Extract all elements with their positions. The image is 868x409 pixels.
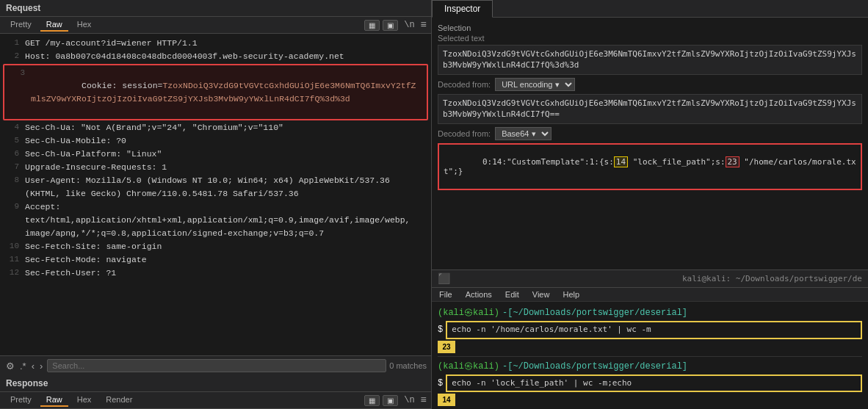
search-input[interactable] (47, 359, 386, 372)
resp-tab-raw[interactable]: Raw (40, 394, 68, 407)
terminal-menu-actions[interactable]: Actions (464, 289, 493, 300)
table-row: 12 Sec-Fetch-User: ?1 (0, 267, 431, 280)
decode2-type-select[interactable]: Base64 ▾ (495, 127, 551, 140)
request-body: 1 GET /my-account?id=wiener HTTP/1.1 2 H… (0, 34, 431, 355)
newline-label: \n (401, 20, 417, 30)
prompt-user-1: (kali㉿kali) (438, 306, 499, 319)
terminal-icon: ⬛ (438, 272, 450, 285)
resp-newline-label: \n (401, 395, 417, 405)
table-row: 5 Sec-Ch-Ua-Mobile: ?0 (0, 134, 431, 148)
selection-title: Selection (438, 23, 862, 32)
response-tab-bar: Pretty Raw Hex Render ▦ ▣ \n ≡ (0, 392, 431, 409)
tab-raw[interactable]: Raw (40, 18, 68, 32)
table-row: 2 Host: 0a8b007c04d18408c048dbcd0004003f… (0, 50, 431, 63)
resp-view-btn2[interactable]: ▣ (383, 395, 398, 406)
highlight-23: 23 (726, 156, 739, 167)
table-row: 4 Sec-Ch-Ua: "Not A(Brand";v="24", "Chro… (0, 121, 431, 134)
terminal-menu-edit[interactable]: Edit (504, 289, 521, 300)
match-count: 0 matches (389, 361, 427, 370)
prev-match-icon[interactable]: ‹ (30, 361, 36, 372)
search-bar: ⚙ .* ‹ › 0 matches (0, 355, 431, 375)
resp-tab-pretty[interactable]: Pretty (4, 394, 37, 407)
table-row: 1 GET /my-account?id=wiener HTTP/1.1 (0, 37, 431, 50)
terminal-body: (kali㉿kali) -[~/Downloads/portswigger/de… (432, 302, 868, 409)
dollar-1: $ (438, 323, 443, 336)
resp-tab-render[interactable]: Render (100, 394, 138, 407)
badge-23: 23 (438, 341, 455, 353)
prompt-user-2: (kali㉿kali) (438, 360, 499, 373)
terminal-line-1: (kali㉿kali) -[~/Downloads/portswigger/de… (438, 306, 862, 319)
next-match-icon[interactable]: › (38, 361, 44, 372)
response-header: Response (0, 375, 431, 392)
decode-row-1: Decoded from: URL encoding ▾ (438, 78, 862, 91)
terminal-output-1: 23 (438, 341, 862, 353)
table-row: 6 Sec-Ch-Ua-Platform: "Linux" (0, 148, 431, 161)
terminal-output-2: 14 (438, 394, 862, 406)
view-toggle-btn1[interactable]: ▦ (364, 20, 380, 31)
decode1-value: TzoxNDoiQ3VzdG9tVGVtcGxhdGUiOjE6e3M6NmTQ… (438, 94, 862, 124)
terminal-cmd-2: $ echo -n 'lock_file_path' | wc -m;echo (438, 374, 862, 393)
left-panel: Request Pretty Raw Hex ▦ ▣ \n ≡ 1 GET /m… (0, 0, 432, 409)
tab-inspector[interactable]: Inspector (432, 0, 493, 18)
inspector-tab-bar: Inspector (432, 0, 868, 18)
highlight-14: 14 (614, 156, 628, 167)
decode2-label: Decoded from: (438, 129, 491, 138)
inspector-body: Selection Selected text TzoxNDoiQ3VzdG9t… (432, 18, 868, 269)
resp-tab-hex[interactable]: Hex (71, 394, 98, 407)
selection-section: Selection Selected text TzoxNDoiQ3VzdG9t… (438, 23, 862, 190)
resp-tab-actions: ▦ ▣ \n ≡ (364, 394, 427, 406)
table-row: 10 Sec-Fetch-Site: same-origin (0, 240, 431, 253)
table-row: 7 Upgrade-Insecure-Requests: 1 (0, 161, 431, 174)
menu-icon[interactable]: ≡ (421, 19, 427, 31)
view-toggle-btn2[interactable]: ▣ (383, 20, 398, 31)
prompt-path-2: -[~/Downloads/portswigger/deserial] (502, 360, 687, 373)
decode1-label: Decoded from: (438, 80, 491, 89)
request-header: Request (0, 0, 431, 17)
terminal-menu-view[interactable]: View (531, 289, 551, 300)
terminal-menu-help[interactable]: Help (561, 289, 581, 300)
request-tab-bar: Pretty Raw Hex ▦ ▣ \n ≡ (0, 17, 431, 34)
resp-view-btn1[interactable]: ▦ (364, 395, 380, 406)
highlighted-cookie-line: 3 Cookie: session=TzoxNDoiQ3VzdG9tVGVtcG… (3, 64, 428, 120)
cmd-box-2: echo -n 'lock_file_path' | wc -m;echo (446, 374, 862, 393)
response-label: Response (6, 378, 48, 388)
decode1-type-select[interactable]: URL encoding ▾ (495, 78, 575, 91)
dollar-2: $ (438, 377, 443, 390)
terminal-separator (438, 356, 862, 357)
terminal-path: kali@kali: ~/Downloads/portswigger/de (682, 274, 862, 283)
prompt-path-1: -[~/Downloads/portswigger/deserial] (502, 306, 687, 319)
table-row: (KHTML, like Gecko) Chrome/110.0.5481.78… (0, 187, 431, 200)
table-row: image/apng,*/*;q=0.8,application/signed-… (0, 227, 431, 240)
terminal-header: ⬛ kali@kali: ~/Downloads/portswigger/de (432, 270, 868, 288)
table-row: 8 User-Agent: Mozilla/5.0 (Windows NT 10… (0, 174, 431, 187)
table-row: 11 Sec-Fetch-Mode: navigate (0, 253, 431, 267)
selected-value: TzoxNDoiQ3VzdG9tVGVtcGxhdGUiOjE6e3M6NmTQ… (438, 45, 862, 75)
request-label: Request (6, 3, 40, 13)
selected-text-label: Selected text (438, 34, 862, 43)
table-row: text/html,application/xhtml+xml,applicat… (0, 214, 431, 227)
search-icons: ⚙ .* ‹ › (4, 361, 44, 372)
decoded-final-value: 0:14:"CustomTemplate":1:{s:14 "lock_file… (438, 143, 862, 190)
tab-pretty[interactable]: Pretty (4, 18, 37, 32)
terminal-cmd-1: $ echo -n '/home/carlos/morale.txt' | wc… (438, 321, 862, 339)
terminal-menu: File Actions Edit View Help (432, 288, 868, 302)
terminal-panel: ⬛ kali@kali: ~/Downloads/portswigger/de … (432, 269, 868, 409)
cmd-box-1: echo -n '/home/carlos/morale.txt' | wc -… (446, 321, 862, 339)
terminal-line-2: (kali㉿kali) -[~/Downloads/portswigger/de… (438, 360, 862, 373)
tab-actions: ▦ ▣ \n ≡ (364, 19, 427, 31)
badge-14: 14 (438, 394, 455, 406)
settings-icon[interactable]: ⚙ (4, 361, 16, 372)
tab-hex[interactable]: Hex (71, 18, 98, 32)
decode-row-2: Decoded from: Base64 ▾ (438, 127, 862, 140)
terminal-menu-file[interactable]: File (438, 289, 454, 300)
resp-menu-icon[interactable]: ≡ (421, 394, 427, 406)
right-panel: Inspector Selection Selected text TzoxND… (432, 0, 868, 409)
regex-icon[interactable]: .* (18, 361, 28, 372)
table-row: 9 Accept: (0, 200, 431, 214)
